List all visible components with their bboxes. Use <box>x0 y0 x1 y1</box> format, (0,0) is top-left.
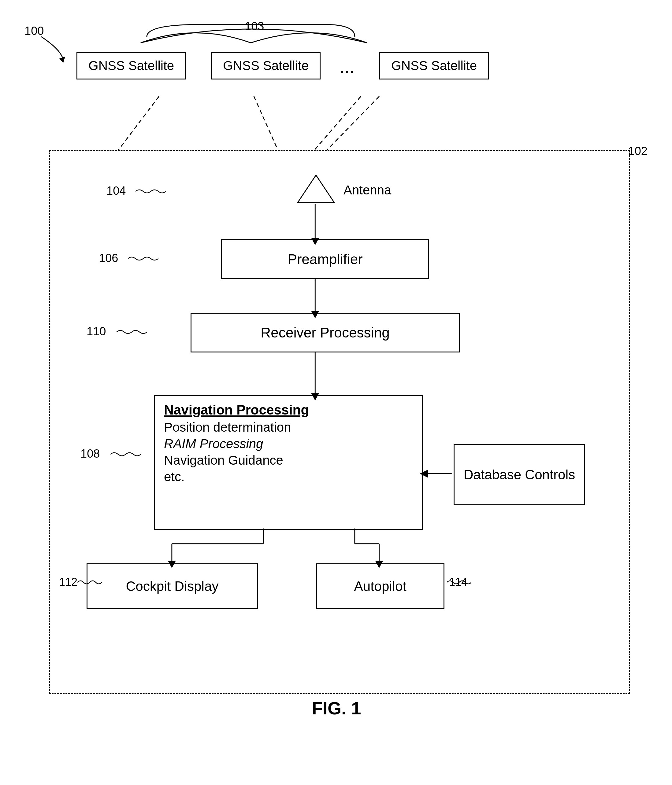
ref-102: 102 <box>628 145 647 158</box>
gnss-satellite-right: GNSS Satellite <box>379 52 489 80</box>
figure-label: FIG. 1 <box>312 698 361 718</box>
ellipsis: ... <box>340 56 354 77</box>
svg-marker-25 <box>311 311 319 318</box>
svg-marker-27 <box>311 393 319 400</box>
svg-marker-23 <box>311 238 319 245</box>
svg-marker-29 <box>420 469 428 477</box>
ref-103: 103 <box>245 20 264 33</box>
gnss-satellite-left: GNSS Satellite <box>77 52 186 80</box>
svg-line-4 <box>312 96 361 153</box>
svg-line-0 <box>116 96 159 153</box>
diagram-container: 100 103 GNSS Satellite GNSS Satellite ..… <box>18 18 655 737</box>
main-system-box: 102 Antenna 104 Preamplifier 106 <box>49 150 630 694</box>
svg-marker-5 <box>364 96 379 104</box>
svg-marker-33 <box>168 561 176 568</box>
svg-line-6 <box>324 96 379 153</box>
svg-marker-37 <box>375 561 383 568</box>
gnss-satellite-middle: GNSS Satellite <box>211 52 321 80</box>
